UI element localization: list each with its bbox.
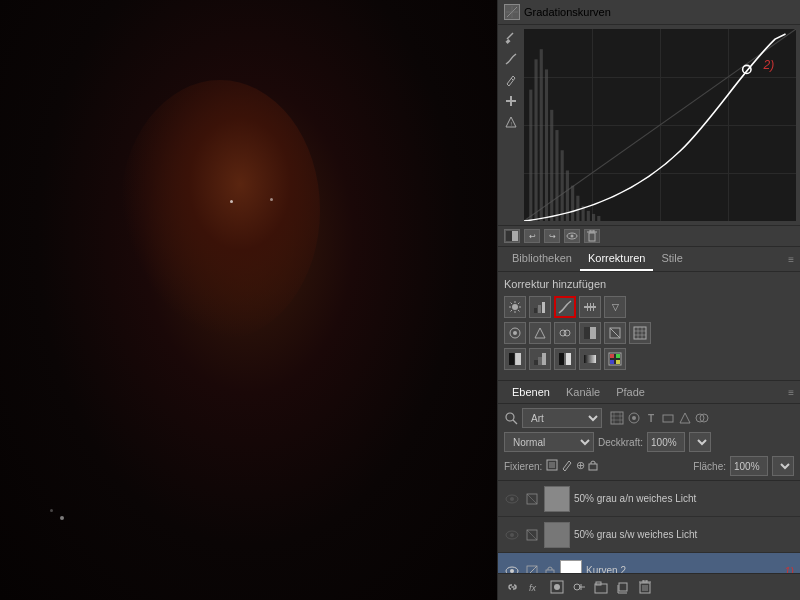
svg-line-10 — [524, 29, 796, 221]
svg-rect-90 — [549, 462, 555, 468]
layer-name: 50% grau s/w weiches Licht — [574, 529, 794, 540]
curves-graph[interactable]: 2) — [524, 29, 796, 221]
fill-input[interactable] — [730, 456, 768, 476]
svg-rect-71 — [584, 355, 596, 363]
layer-visibility-toggle[interactable] — [504, 527, 520, 543]
corrections-title: Korrektur hinzufügen — [504, 278, 794, 290]
corr-bw[interactable] — [579, 322, 601, 344]
link-layers-icon[interactable] — [504, 578, 522, 596]
curves-bottom-mask[interactable] — [504, 229, 520, 243]
curves-bottom-delete[interactable] — [584, 229, 600, 243]
tab-stile[interactable]: Stile — [653, 247, 690, 271]
layer-type-select[interactable]: Art — [522, 408, 602, 428]
corr-levels[interactable] — [529, 296, 551, 318]
corr-color-balance[interactable] — [554, 322, 576, 344]
fix-pixel-icon[interactable] — [546, 459, 558, 473]
blend-mode-select[interactable]: Normal — [504, 432, 594, 452]
curves-svg — [524, 29, 796, 221]
opacity-unit-select[interactable]: % — [689, 432, 711, 452]
tab-pfade[interactable]: Pfade — [608, 381, 653, 403]
add-mask-icon[interactable] — [548, 578, 566, 596]
curves-bottom-visibility[interactable] — [564, 229, 580, 243]
add-layer-icon[interactable] — [614, 578, 632, 596]
sample-tool[interactable] — [502, 92, 520, 110]
add-group-icon[interactable] — [592, 578, 610, 596]
curves-bottom-refresh2[interactable]: ↪ — [544, 229, 560, 243]
corr-gradient-map[interactable] — [579, 348, 601, 370]
fix-position-icon[interactable]: ⊕ — [576, 459, 585, 473]
tab-bibliotheken[interactable]: Bibliotheken — [504, 247, 580, 271]
tab-ebenen[interactable]: Ebenen — [504, 381, 558, 403]
svg-point-33 — [512, 304, 518, 310]
layers-panel-menu[interactable]: ≡ — [788, 387, 794, 398]
corr-brightness[interactable] — [504, 296, 526, 318]
layer-thumbnail — [544, 522, 570, 548]
corr-photo-filter[interactable] — [604, 322, 626, 344]
fill-label: Fläche: — [693, 461, 726, 472]
opacity-label: Deckkraft: — [598, 437, 643, 448]
opacity-input[interactable] — [647, 432, 685, 452]
layer-lock-icon — [544, 565, 556, 574]
svg-point-93 — [510, 497, 514, 501]
svg-rect-14 — [545, 69, 548, 221]
svg-rect-15 — [550, 110, 553, 221]
corr-invert[interactable] — [504, 348, 526, 370]
svg-rect-74 — [616, 354, 620, 358]
add-fx-icon[interactable]: fx — [526, 578, 544, 596]
layer-type-icon — [524, 491, 540, 507]
curve-tool[interactable] — [502, 50, 520, 68]
image-canvas — [0, 0, 497, 600]
corr-more[interactable]: ▽ — [604, 296, 626, 318]
tab-kanaele[interactable]: Kanäle — [558, 381, 608, 403]
corr-exposure[interactable] — [579, 296, 601, 318]
layers-filter-row: Art — [504, 408, 794, 428]
eyedropper-tool[interactable] — [502, 29, 520, 47]
svg-rect-22 — [587, 211, 590, 221]
corr-vibrance[interactable] — [504, 322, 526, 344]
fill-unit-select[interactable]: % — [772, 456, 794, 476]
svg-rect-47 — [590, 303, 591, 311]
svg-rect-57 — [634, 327, 646, 339]
add-adjustment-icon[interactable] — [570, 578, 588, 596]
filter-active-toggle[interactable] — [695, 411, 709, 425]
svg-rect-30 — [589, 233, 595, 241]
layer-visibility-toggle[interactable] — [504, 491, 520, 507]
filter-shape-icon[interactable] — [661, 411, 675, 425]
svg-point-85 — [632, 416, 636, 420]
corr-channel-mixer[interactable] — [629, 322, 651, 344]
layer-name: 50% grau a/n weiches Licht — [574, 493, 794, 504]
layer-item-gray-sw[interactable]: 50% grau s/w weiches Licht — [498, 517, 800, 553]
curves-bottom-bar: ↩ ↪ — [498, 225, 800, 246]
svg-rect-91 — [589, 464, 597, 470]
layer-badge: 1) — [784, 565, 794, 574]
layer-visibility-toggle[interactable] — [504, 563, 520, 574]
svg-rect-8 — [510, 96, 512, 106]
filter-pixel-icon[interactable] — [610, 411, 624, 425]
corr-curves[interactable] — [554, 296, 576, 318]
delete-layer-icon[interactable] — [636, 578, 654, 596]
filter-adjustment-icon[interactable] — [627, 411, 641, 425]
svg-line-6 — [511, 78, 513, 80]
corr-selective-color[interactable] — [604, 348, 626, 370]
layer-type-icon — [524, 527, 540, 543]
corr-threshold[interactable] — [554, 348, 576, 370]
layer-item-gray-an[interactable]: 50% grau a/n weiches Licht — [498, 481, 800, 517]
filter-smart-icon[interactable] — [678, 411, 692, 425]
panel-close-icon[interactable]: ≡ — [788, 254, 794, 265]
corr-hue-sat[interactable] — [529, 322, 551, 344]
filter-text-icon[interactable]: T — [644, 411, 658, 425]
light-dot-1 — [60, 516, 64, 520]
svg-rect-5 — [506, 39, 511, 44]
svg-point-52 — [564, 330, 570, 336]
layer-item-kurven2[interactable]: Kurven 2 1) — [498, 553, 800, 573]
edit-tool[interactable] — [502, 71, 520, 89]
svg-rect-26 — [506, 231, 512, 241]
face-highlight — [120, 80, 320, 340]
curves-bottom-refresh1[interactable]: ↩ — [524, 229, 540, 243]
corr-posterize[interactable] — [529, 348, 551, 370]
svg-rect-17 — [561, 150, 564, 221]
tab-korrekturen[interactable]: Korrekturen — [580, 247, 653, 271]
svg-point-50 — [513, 331, 517, 335]
fix-lock-icon[interactable] — [588, 459, 598, 473]
fix-brush-icon[interactable] — [561, 459, 573, 473]
